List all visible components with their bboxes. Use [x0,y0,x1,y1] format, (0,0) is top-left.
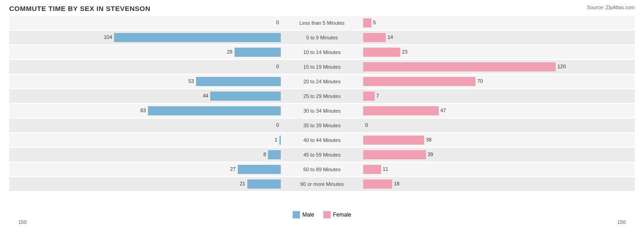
bar-male [247,179,281,189]
legend-female-label: Female [333,212,351,218]
legend-female-box [323,211,331,218]
chart-row: 90 or more Minutes2118 [9,177,635,191]
value-male: 1 [274,137,277,142]
bar-female [363,77,475,86]
value-male: 0 [276,20,279,25]
chart-row: 60 to 89 Minutes2711 [9,163,635,176]
bar-male [114,33,281,42]
row-label: 40 to 44 Minutes [303,137,340,143]
source-label: Source: ZipAtlas.com [587,5,635,10]
bar-male [279,136,281,145]
legend-male-box [293,211,300,218]
chart-title: COMMUTE TIME BY SEX IN STEVENSON [9,5,635,12]
chart-area: Less than 5 Minutes055 to 9 Minutes10414… [9,16,635,208]
value-female: 47 [441,108,446,113]
chart-row: 35 to 39 Minutes00 [9,119,635,132]
bar-female [363,106,439,115]
bar-male [148,106,281,115]
value-female: 18 [394,181,399,186]
value-female: 70 [477,78,483,84]
value-female: 23 [402,49,408,54]
bar-female [363,48,400,57]
axis-left: 150 [18,219,27,225]
row-label: 30 to 34 Minutes [303,108,340,114]
value-male: 44 [203,93,208,98]
value-female: 0 [365,122,368,128]
value-female: 5 [373,20,376,25]
chart-row: 20 to 24 Minutes5370 [9,75,635,88]
legend-male-label: Male [302,212,314,218]
row-label: 60 to 89 Minutes [303,167,340,172]
legend-female: Female [323,211,351,218]
chart-row: 45 to 59 Minutes839 [9,148,635,162]
value-male: 29 [227,49,232,54]
axis-right: 150 [617,219,626,225]
bar-male [238,165,281,174]
chart-row: 10 to 14 Minutes2923 [9,45,635,59]
legend-male: Male [293,211,314,218]
bar-male [196,77,281,86]
chart-row: Less than 5 Minutes05 [9,16,635,30]
bar-female [363,92,375,101]
value-female: 11 [383,166,388,172]
value-female: 38 [426,137,431,142]
chart-row: 5 to 9 Minutes10414 [9,31,635,44]
bar-female [363,165,381,174]
bar-male [268,150,281,159]
row-label: 10 to 14 Minutes [303,49,340,55]
value-male: 27 [230,166,235,172]
bar-female [363,136,424,145]
row-label: 25 to 29 Minutes [303,93,340,99]
row-label: 5 to 9 Minutes [306,35,338,40]
chart-row: 25 to 29 Minutes447 [9,89,635,103]
row-label: Less than 5 Minutes [300,20,344,26]
chart-row: 30 to 34 Minutes8347 [9,104,635,118]
bar-female [363,150,426,159]
chart-row: 40 to 44 Minutes138 [9,133,635,147]
chart-row: 15 to 19 Minutes0120 [9,60,635,74]
value-female: 39 [428,152,433,157]
bar-male [210,92,281,101]
bar-male [235,48,281,57]
value-female: 120 [557,64,566,69]
value-female: 14 [387,34,393,40]
value-male: 83 [140,108,146,113]
value-male: 0 [276,64,279,69]
row-label: 15 to 19 Minutes [303,64,340,70]
value-male: 8 [263,152,266,157]
bar-female [363,62,556,71]
row-label: 90 or more Minutes [300,181,344,187]
chart-container: COMMUTE TIME BY SEX IN STEVENSON Source:… [0,0,644,239]
value-male: 104 [104,34,112,40]
bar-female [363,18,371,27]
bar-female [363,179,392,189]
value-male: 21 [240,181,245,186]
row-label: 20 to 24 Minutes [303,79,340,84]
value-male: 0 [276,122,279,128]
bar-female [363,33,386,42]
row-label: 45 to 59 Minutes [303,152,340,158]
value-male: 53 [188,78,194,84]
legend: Male Female [9,211,635,218]
value-female: 7 [377,93,379,98]
row-label: 35 to 39 Minutes [303,123,340,128]
